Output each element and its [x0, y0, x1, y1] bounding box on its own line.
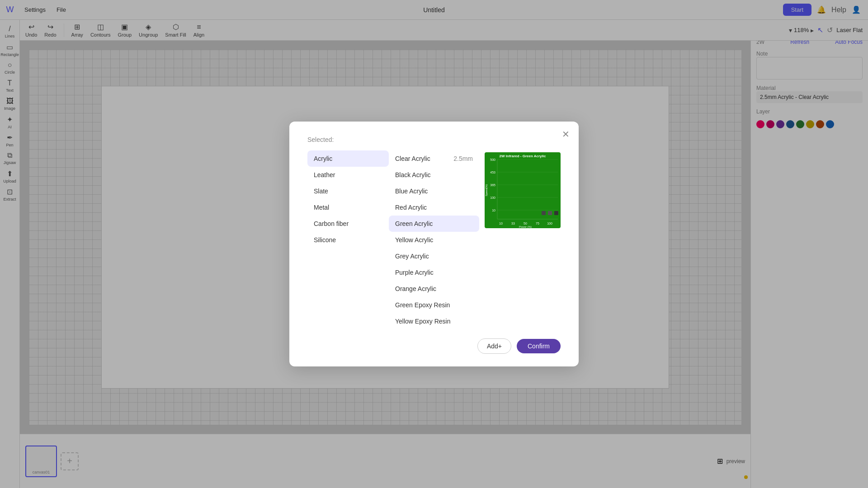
svg-text:75: 75 [536, 222, 539, 225]
material-chart: 2W Infrared - Green Acrylic 500 453 [485, 152, 561, 228]
material-blue-acrylic[interactable]: Blue Acrylic [389, 183, 479, 199]
material-yellow-acrylic[interactable]: Yellow Acrylic [389, 232, 479, 248]
material-yellow-epoxy[interactable]: Yellow Epoxy Resin [389, 313, 479, 329]
svg-text:Speed(%): Speed(%) [485, 184, 488, 197]
material-list: Clear Acrylic 2.5mm Black Acrylic Blue A… [389, 150, 479, 329]
svg-text:33: 33 [511, 222, 515, 225]
confirm-button[interactable]: Confirm [517, 339, 561, 353]
svg-rect-21 [554, 211, 558, 215]
category-carbon-fiber[interactable]: Carbon fiber [307, 216, 389, 232]
add-button[interactable]: Add+ [477, 338, 511, 354]
material-modal: ✕ Selected: Acrylic Leather Slate Metal … [289, 122, 579, 366]
material-black-acrylic[interactable]: Black Acrylic [389, 167, 479, 183]
modal-selected-label: Selected: [307, 136, 561, 143]
svg-text:10: 10 [492, 209, 495, 212]
material-green-acrylic[interactable]: Green Acrylic [389, 216, 479, 232]
svg-text:453: 453 [490, 171, 495, 174]
svg-text:365: 365 [490, 183, 495, 187]
category-metal[interactable]: Metal [307, 199, 389, 216]
modal-overlay: ✕ Selected: Acrylic Leather Slate Metal … [0, 0, 868, 488]
category-acrylic[interactable]: Acrylic [307, 150, 389, 167]
svg-text:500: 500 [490, 158, 495, 161]
material-green-epoxy[interactable]: Green Epoxy Resin [389, 297, 479, 313]
category-leather[interactable]: Leather [307, 167, 389, 183]
modal-footer: Add+ Confirm [307, 338, 561, 354]
svg-text:Power (%): Power (%) [519, 225, 532, 228]
category-silicone[interactable]: Silicone [307, 232, 389, 248]
svg-rect-20 [548, 211, 552, 215]
material-grey-acrylic[interactable]: Grey Acrylic [389, 248, 479, 264]
modal-content: Acrylic Leather Slate Metal Carbon fiber… [307, 150, 561, 329]
material-clear-acrylic[interactable]: Clear Acrylic 2.5mm [389, 150, 479, 167]
svg-text:10: 10 [499, 222, 503, 225]
modal-close-button[interactable]: ✕ [562, 129, 570, 140]
preview-panel: 2W Infrared - Green Acrylic 500 453 [479, 150, 561, 329]
svg-text:100: 100 [547, 222, 552, 225]
svg-text:100: 100 [490, 196, 495, 199]
material-purple-acrylic[interactable]: Purple Acrylic [389, 264, 479, 281]
material-orange-acrylic[interactable]: Orange Acrylic [389, 281, 479, 297]
category-list: Acrylic Leather Slate Metal Carbon fiber… [307, 150, 389, 329]
svg-rect-19 [542, 211, 546, 215]
material-red-acrylic[interactable]: Red Acrylic [389, 199, 479, 216]
svg-text:50: 50 [524, 222, 527, 225]
category-slate[interactable]: Slate [307, 183, 389, 199]
